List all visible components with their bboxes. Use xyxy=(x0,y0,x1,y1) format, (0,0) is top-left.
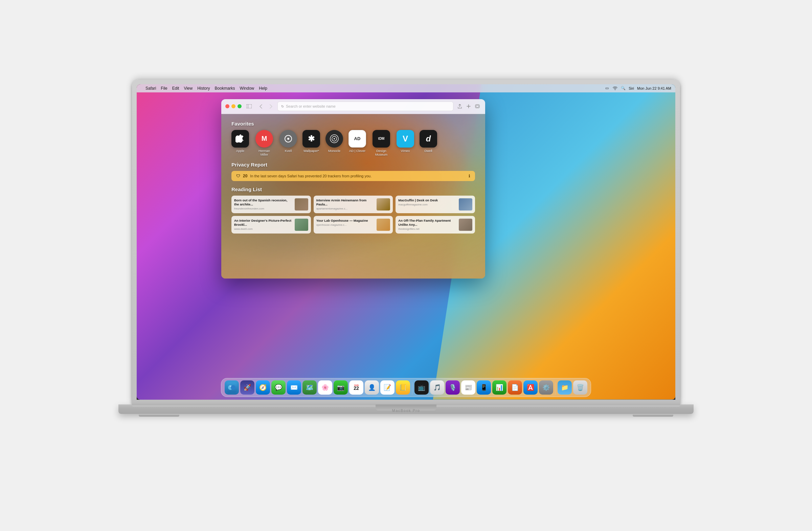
menubar-help[interactable]: Help xyxy=(259,86,267,91)
dock-finder-window[interactable]: 📁 xyxy=(557,381,572,394)
svg-rect-0 xyxy=(246,104,252,108)
favorite-apple[interactable]: Apple xyxy=(231,130,249,156)
safari-window: ↻ Search or enter website name xyxy=(221,99,485,278)
dock-photos[interactable]: 🌸 xyxy=(318,381,332,394)
ad-label: AD | Clever xyxy=(349,149,365,153)
favorite-hermanmiller[interactable]: M Herman Miller xyxy=(255,130,274,156)
traffic-lights xyxy=(225,104,242,108)
privacy-description: In the last seven days Safari has preven… xyxy=(250,174,372,178)
dock: 🚀 🧭 💬 ✉️ 🗺️ 🌸 📷 JUN 22 👤 📝 xyxy=(221,378,591,397)
favorite-monocle[interactable]: Monocle xyxy=(325,130,343,156)
menubar-file[interactable]: File xyxy=(161,86,167,91)
dock-finder[interactable] xyxy=(224,381,239,394)
reading-item-6[interactable]: An Off-The-Plan Family Apartment Unlike … xyxy=(395,216,475,233)
reading-thumb-6 xyxy=(459,219,472,231)
newtab-content: Favorites Apple xyxy=(221,114,485,240)
reading-thumb-5 xyxy=(377,219,390,231)
macbook-base: MacBook Pro xyxy=(118,404,694,414)
dock-contacts[interactable]: 👤 xyxy=(365,381,379,394)
dock-reminders[interactable]: 📝 xyxy=(380,381,394,394)
close-button[interactable] xyxy=(225,104,229,108)
wallpaper-label: Wallpaper* xyxy=(304,149,319,153)
search-menu-icon[interactable]: 🔍 xyxy=(621,86,626,91)
macbook-bezel: Safari File Edit View History Bookmarks … xyxy=(137,84,675,400)
macbook-foot-right xyxy=(633,415,673,417)
favorite-ad[interactable]: AD AD | Clever xyxy=(348,130,366,156)
designmuseum-label: Design Museum xyxy=(372,149,391,156)
menubar-bookmarks[interactable]: Bookmarks xyxy=(215,86,235,91)
favorite-wallpaper[interactable]: ✱ Wallpaper* xyxy=(303,130,320,156)
kvell-favicon xyxy=(279,130,297,147)
back-button[interactable] xyxy=(257,102,264,110)
reading-item-5[interactable]: Your Lab Openhouse — Magazine openhouse-… xyxy=(314,216,393,233)
menubar-window[interactable]: Window xyxy=(240,86,255,91)
dock-calendar[interactable]: JUN 22 xyxy=(349,381,363,394)
new-tab-button[interactable] xyxy=(465,102,472,110)
privacy-bar[interactable]: 🛡 20 In the last seven days Safari has p… xyxy=(231,171,475,181)
monocle-favicon xyxy=(325,130,343,147)
reading-item-4[interactable]: An Interior Designer's Picture-Perfect B… xyxy=(231,216,311,233)
hermanmiller-label: Herman Miller xyxy=(255,149,274,156)
menubar-edit[interactable]: Edit xyxy=(172,86,179,91)
dock-safari[interactable]: 🧭 xyxy=(256,381,270,394)
dock-facetime[interactable]: 📷 xyxy=(334,381,348,394)
apple-label: Apple xyxy=(236,149,244,153)
favorites-grid: Apple M Herman Miller xyxy=(231,130,475,156)
siri-icon[interactable]: Siri xyxy=(629,86,634,91)
share-button[interactable] xyxy=(456,102,464,110)
dock-separator xyxy=(412,383,412,394)
dock-music[interactable]: 🎵 xyxy=(430,381,444,394)
menubar-view[interactable]: View xyxy=(184,86,192,91)
dock-notes[interactable]: 📒 xyxy=(396,381,410,394)
reading-text-1: Born out of the Spanish recession, the a… xyxy=(234,198,292,211)
favorite-designmuseum[interactable]: tDM Design Museum xyxy=(372,130,391,156)
dwell-label: Dwell xyxy=(424,149,432,153)
favorite-kvell[interactable]: Kvell xyxy=(279,130,297,156)
favorites-section: Favorites Apple xyxy=(231,121,475,156)
privacy-info-icon[interactable]: ℹ xyxy=(468,174,470,178)
menubar-history[interactable]: History xyxy=(197,86,210,91)
favorite-dwell[interactable]: d Dwell xyxy=(420,130,437,156)
favorite-vimeo[interactable]: V Vimeo xyxy=(396,130,414,156)
kvell-label: Kvell xyxy=(285,149,292,153)
dock-systemprefs[interactable]: ⚙️ xyxy=(539,381,553,394)
address-bar[interactable]: ↻ Search or enter website name xyxy=(277,102,453,111)
dock-podcasts[interactable]: 🎙️ xyxy=(446,381,460,394)
reading-item-2[interactable]: Interview Armin Heinemann from Paula... … xyxy=(314,196,393,213)
reading-text-4: An Interior Designer's Picture-Perfect B… xyxy=(234,219,292,231)
dock-container: 🚀 🧭 💬 ✉️ 🗺️ 🌸 📷 JUN 22 👤 📝 xyxy=(221,378,591,397)
wallpaper-favicon: ✱ xyxy=(303,130,320,147)
menubar-clock: Mon Jun 22 9:41 AM xyxy=(637,86,671,90)
dock-sidecar[interactable]: 📱 xyxy=(477,381,491,394)
dock-pages[interactable]: 📄 xyxy=(508,381,522,394)
sidebar-toggle-button[interactable] xyxy=(244,102,254,110)
minimize-button[interactable] xyxy=(231,104,235,108)
reading-item-1[interactable]: Born out of the Spanish recession, the a… xyxy=(231,196,311,213)
safari-toolbar: ↻ Search or enter website name xyxy=(221,99,485,114)
dwell-favicon: d xyxy=(420,130,437,147)
dock-trash[interactable]: 🗑️ xyxy=(573,381,588,394)
hermanmiller-favicon: M xyxy=(256,130,273,147)
dock-news[interactable]: 📰 xyxy=(461,381,475,394)
reading-item-3[interactable]: MacGuffin | Desk on Desk macguffinmagazi… xyxy=(395,196,475,213)
dock-mail[interactable]: ✉️ xyxy=(287,381,301,394)
reading-thumb-3 xyxy=(459,198,472,211)
menubar-app-name[interactable]: Safari xyxy=(145,86,156,91)
dock-messages[interactable]: 💬 xyxy=(271,381,286,394)
forward-button[interactable] xyxy=(267,102,275,110)
reading-title-5: Your Lab Openhouse — Magazine xyxy=(316,219,374,223)
reading-domain-6: thedesignfiles.net xyxy=(398,227,456,230)
macbook-foot-left xyxy=(139,415,179,417)
dock-maps[interactable]: 🗺️ xyxy=(303,381,317,394)
dock-launchpad[interactable]: 🚀 xyxy=(240,381,255,394)
macbook-pro: Safari File Edit View History Bookmarks … xyxy=(118,80,694,452)
reading-list-grid: Born out of the Spanish recession, the a… xyxy=(231,196,475,233)
macbook-lid: Safari File Edit View History Bookmarks … xyxy=(132,80,680,404)
reading-list-section: Reading List Born out of the Spanish rec… xyxy=(231,186,475,233)
reading-domain-2: apartamentomagazine.c... xyxy=(316,207,374,210)
dock-appstore[interactable]: 🅰️ xyxy=(523,381,538,394)
dock-appletv[interactable]: 📺 xyxy=(415,381,429,394)
tabs-button[interactable] xyxy=(474,102,481,110)
dock-numbers[interactable]: 📊 xyxy=(492,381,507,394)
fullscreen-button[interactable] xyxy=(237,104,242,108)
